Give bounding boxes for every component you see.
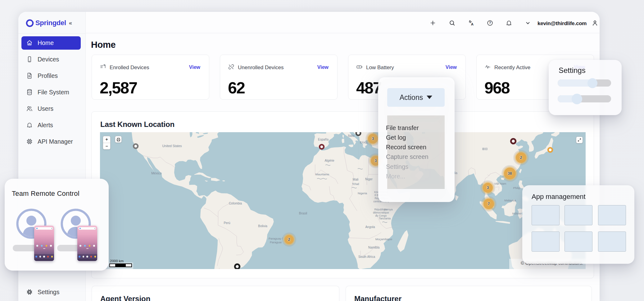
svg-text:3: 3 [372,137,374,141]
svg-text:2: 2 [288,237,290,242]
svg-text:Paraguai: Paraguai [270,240,282,244]
svg-text:Philip: Philip [513,186,520,190]
svg-text:Perú: Perú [224,221,230,225]
svg-text:United States: United States [162,144,182,148]
svg-text:Paraguay /: Paraguay / [269,237,283,240]
svg-text:Nigeria: Nigeria [358,191,367,195]
svg-text:Indone: Indone [512,212,521,215]
svg-text:Namibia: Namibia [368,246,380,249]
svg-text:Italia: Italia [348,134,355,137]
svg-text:Niger: Niger [365,177,373,181]
svg-text:!: ! [359,65,360,68]
svg-text:Moçambique: Moçambique [375,237,392,241]
svg-text:Brasil: Brasil [299,211,307,215]
svg-text:Tanzania: Tanzania [379,217,391,220]
svg-text:South Africa: South Africa [358,255,375,258]
svg-text:Angola: Angola [365,225,375,229]
svg-text:démocratique: démocratique [373,211,389,214]
svg-text:2000 km: 2000 km [110,259,124,263]
svg-text:Malaysia: Malaysia [504,199,516,202]
svg-text:?: ? [489,21,491,25]
svg-text:38: 38 [508,171,512,176]
svg-text:Việt Nam: Việt Nam [494,182,506,185]
svg-text:Colombia: Colombia [229,202,242,205]
svg-text:Mali: Mali [353,178,358,181]
svg-text:Mauritanie: Mauritanie [315,173,329,176]
svg-text:Tchad: Tchad [352,182,359,186]
svg-text:España: España [318,138,329,141]
svg-text:Kenya: Kenya [384,208,393,211]
svg-text:A: A [471,22,474,26]
svg-text:3: 3 [375,159,377,163]
svg-text:3: 3 [487,186,489,190]
svg-text:2: 2 [520,155,522,160]
svg-text:7: 7 [488,202,490,206]
svg-text:México: México [151,171,161,175]
svg-text:Algérie: Algérie [324,159,334,162]
svg-text:Bolivia: Bolivia [258,224,267,228]
